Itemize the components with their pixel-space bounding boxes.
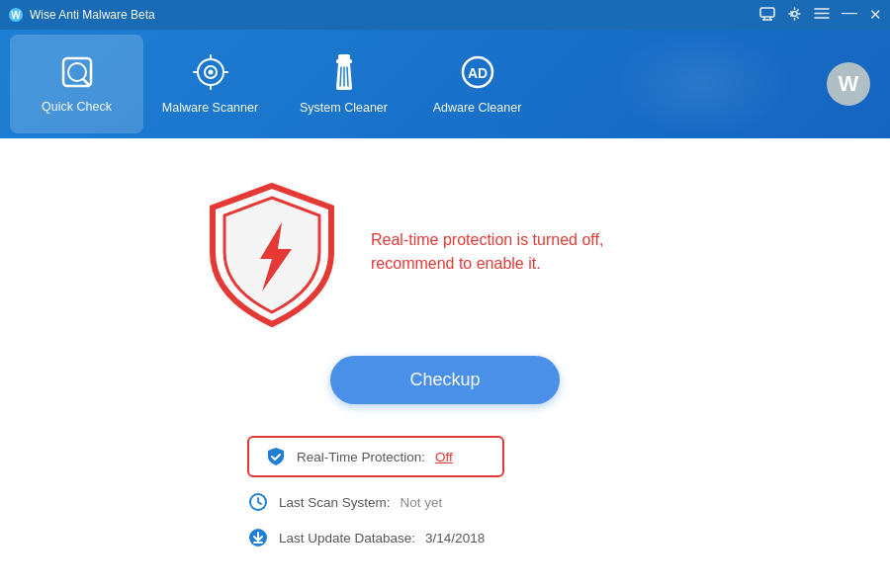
title-bar-controls: — ✕ — [759, 5, 882, 25]
nav-item-malware-scanner[interactable]: Malware Scanner — [143, 35, 277, 133]
nav-item-quick-check[interactable]: Quick Check — [10, 35, 143, 133]
download-icon — [247, 527, 269, 548]
svg-rect-2 — [760, 8, 774, 17]
app-title: Wise Anti Malware Beta — [30, 8, 155, 22]
title-bar: W Wise Anti Malware Beta — — [0, 0, 890, 30]
svg-point-19 — [208, 69, 213, 74]
top-nav: Quick Check Malware Scanner — [0, 30, 890, 138]
last-update-label: Last Update Database: — [279, 531, 415, 546]
warning-text: Real-time protection is turned off, reco… — [371, 228, 687, 276]
realtime-protection-label: Real-Time Protection: — [297, 450, 425, 464]
quick-check-icon — [59, 55, 95, 94]
realtime-protection-value[interactable]: Off — [435, 450, 453, 464]
nav-label-adware-cleaner: Adware Cleaner — [433, 101, 522, 115]
svg-text:AD: AD — [467, 65, 487, 81]
nav-label-system-cleaner: System Cleaner — [300, 101, 388, 115]
svg-text:W: W — [11, 10, 21, 21]
menu-icon[interactable] — [814, 7, 830, 23]
status-section: Real-Time Protection: Off Last Scan Syst… — [247, 436, 643, 548]
content-top: Real-time protection is turned off, reco… — [203, 178, 687, 326]
monitor-icon[interactable] — [759, 7, 775, 24]
main-content: Real-time protection is turned off, reco… — [0, 138, 890, 588]
last-update-value: 3/14/2018 — [425, 531, 485, 546]
nav-label-malware-scanner: Malware Scanner — [162, 101, 258, 115]
system-cleaner-icon — [328, 54, 360, 95]
status-realtime-protection: Real-Time Protection: Off — [247, 436, 504, 477]
user-avatar[interactable]: W — [827, 62, 870, 106]
nav-item-system-cleaner[interactable]: System Cleaner — [277, 35, 410, 133]
svg-line-24 — [347, 67, 348, 86]
adware-cleaner-icon: AD — [460, 54, 495, 95]
minimize-button[interactable]: — — [842, 5, 857, 21]
last-scan-label: Last Scan System: — [279, 495, 391, 510]
checkup-button[interactable]: Checkup — [330, 356, 559, 404]
nav-item-adware-cleaner[interactable]: AD Adware Cleaner — [410, 35, 544, 133]
shield-check-icon — [265, 446, 287, 467]
svg-line-12 — [83, 79, 89, 85]
svg-point-6 — [792, 11, 797, 16]
app-icon: W — [8, 7, 24, 23]
status-last-scan: Last Scan System: Not yet — [247, 491, 442, 513]
nav-label-quick-check: Quick Check — [42, 100, 112, 114]
shield-container — [203, 178, 341, 326]
svg-rect-21 — [336, 59, 352, 63]
malware-scanner-icon — [193, 54, 228, 95]
last-scan-value: Not yet — [400, 495, 443, 510]
title-bar-left: W Wise Anti Malware Beta — [8, 7, 155, 23]
status-last-update: Last Update Database: 3/14/2018 — [247, 527, 485, 548]
clock-icon — [247, 491, 269, 513]
svg-line-22 — [340, 67, 341, 86]
settings-icon[interactable] — [787, 7, 802, 24]
close-button[interactable]: ✕ — [869, 6, 882, 24]
